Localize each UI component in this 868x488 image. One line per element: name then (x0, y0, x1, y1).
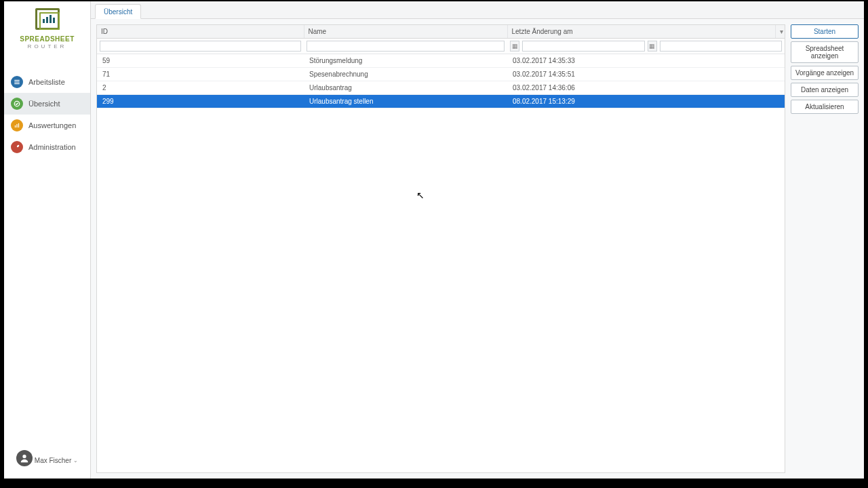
app-frame: SPREADSHEET ROUTER Arbeitsliste Übersich… (4, 1, 864, 479)
table-row[interactable]: 59Störungsmeldung03.02.2017 14:35:33 (97, 54, 785, 68)
logo-title: SPREADSHEET (8, 35, 86, 43)
logo: SPREADSHEET ROUTER (4, 1, 90, 59)
grid-options-icon[interactable]: ▾ (775, 25, 785, 39)
cell-name: Urlaubsantrag stellen (304, 95, 507, 108)
cell-id: 71 (97, 68, 304, 81)
cell-id: 299 (97, 95, 304, 108)
col-header-id[interactable]: ID (97, 25, 304, 39)
chart-icon (11, 119, 23, 131)
show-data-button[interactable]: Daten anzeigen (791, 83, 859, 97)
calendar-to-icon[interactable]: ▦ (648, 41, 657, 52)
show-processes-button[interactable]: Vorgänge anzeigen (791, 66, 859, 80)
calendar-from-icon[interactable]: ▦ (510, 41, 519, 52)
svg-rect-1 (14, 81, 20, 82)
user-name: Max Fischer (35, 457, 71, 464)
table-row[interactable]: 299Urlaubsantrag stellen08.02.2017 15:13… (97, 95, 785, 108)
sidebar-footer: Max Fischer ⌄ (4, 443, 90, 479)
svg-rect-5 (16, 124, 17, 127)
filter-date-to-input[interactable] (660, 41, 783, 52)
content: ID Name Letzte Änderung am ▾ ▦ (91, 19, 864, 479)
cell-name: Störungsmeldung (304, 54, 507, 68)
logo-icon (35, 8, 60, 30)
col-header-date[interactable]: Letzte Änderung am (507, 25, 775, 39)
sidebar-item-label: Übersicht (28, 100, 60, 108)
sidebar: SPREADSHEET ROUTER Arbeitsliste Übersich… (4, 1, 91, 479)
main: Übersicht ID Name Letzte Änderung am ▾ (91, 1, 864, 479)
sidebar-item-administration[interactable]: Administration (4, 136, 90, 158)
refresh-button[interactable]: Aktualisieren (791, 100, 859, 114)
svg-point-7 (22, 455, 26, 458)
sidebar-item-label: Administration (28, 143, 76, 151)
user-menu[interactable]: Max Fischer ⌄ (35, 457, 78, 464)
logo-subtitle: ROUTER (8, 43, 86, 49)
filter-id-input[interactable] (100, 41, 301, 52)
sidebar-nav: Arbeitsliste Übersicht Auswertungen Admi… (4, 71, 90, 158)
tabbar: Übersicht (91, 1, 864, 19)
cell-name: Spesenabrechnung (304, 68, 507, 81)
sidebar-item-auswertungen[interactable]: Auswertungen (4, 115, 90, 136)
avatar (16, 450, 33, 466)
sidebar-item-label: Arbeitsliste (28, 78, 65, 86)
svg-rect-2 (14, 83, 20, 84)
cell-date: 08.02.2017 15:13:29 (507, 95, 775, 108)
filter-name-input[interactable] (307, 41, 505, 52)
filter-date-from-input[interactable] (522, 41, 645, 52)
tab-uebersicht[interactable]: Übersicht (95, 4, 141, 19)
cell-id: 59 (97, 54, 304, 68)
wrench-icon (11, 141, 23, 153)
chevron-down-icon: ⌄ (73, 458, 78, 464)
sidebar-item-uebersicht[interactable]: Übersicht (4, 93, 90, 115)
svg-rect-6 (18, 123, 19, 127)
sidebar-item-arbeitsliste[interactable]: Arbeitsliste (4, 71, 90, 93)
start-button[interactable]: Starten (791, 24, 859, 39)
svg-rect-4 (15, 125, 16, 127)
grid-filter-row: ▦ ▦ (97, 39, 785, 54)
cell-date: 03.02.2017 14:35:51 (507, 68, 775, 81)
grid-table: ID Name Letzte Änderung am ▾ ▦ (97, 25, 785, 108)
list-icon (11, 76, 23, 88)
grid-header-row: ID Name Letzte Änderung am ▾ (97, 25, 785, 39)
actions-panel: Starten Spreadsheet anzeigen Vorgänge an… (791, 24, 859, 473)
cell-id: 2 (97, 81, 304, 95)
sidebar-item-label: Auswertungen (28, 121, 76, 129)
grid: ID Name Letzte Änderung am ▾ ▦ (96, 24, 785, 473)
svg-rect-0 (14, 80, 20, 81)
cell-date: 03.02.2017 14:35:33 (507, 54, 775, 68)
table-row[interactable]: 2Urlaubsantrag03.02.2017 14:36:06 (97, 81, 785, 95)
overview-icon (11, 98, 23, 110)
show-spreadsheet-button[interactable]: Spreadsheet anzeigen (791, 41, 859, 63)
col-header-name[interactable]: Name (304, 25, 507, 39)
cell-date: 03.02.2017 14:36:06 (507, 81, 775, 95)
table-row[interactable]: 71Spesenabrechnung03.02.2017 14:35:51 (97, 68, 785, 81)
grid-body: 59Störungsmeldung03.02.2017 14:35:3371Sp… (97, 54, 785, 108)
cell-name: Urlaubsantrag (304, 81, 507, 95)
